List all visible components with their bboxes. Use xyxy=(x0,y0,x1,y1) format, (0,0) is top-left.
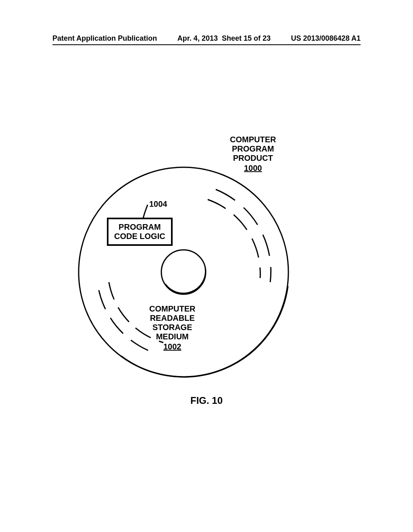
figure-diagram: COMPUTER PROGRAM PRODUCT 1000 1004 PROGR… xyxy=(0,121,413,403)
program-code-logic-box: PROGRAM CODE LOGIC xyxy=(107,218,173,246)
medium-line: STORAGE xyxy=(152,323,192,332)
page-header: Patent Application Publication Apr. 4, 2… xyxy=(0,34,413,43)
pub-date-sheet: Apr. 4, 2013 Sheet 15 of 23 xyxy=(177,34,271,43)
medium-line: MEDIUM xyxy=(156,332,189,341)
product-label-line: PROGRAM xyxy=(232,144,274,153)
product-label-line: COMPUTER xyxy=(230,135,276,144)
publication-number: US 2013/0086428 A1 xyxy=(291,34,361,43)
medium-line: COMPUTER xyxy=(149,304,195,313)
header-rule xyxy=(52,44,361,45)
code-logic-ref: 1004 xyxy=(149,200,167,209)
medium-ref: 1002 xyxy=(163,342,181,351)
medium-line: READABLE xyxy=(150,314,195,322)
storage-medium-label: COMPUTER READABLE STORAGE MEDIUM 1002 xyxy=(149,304,195,351)
pub-date: Apr. 4, 2013 xyxy=(177,34,218,42)
code-box-line: CODE LOGIC xyxy=(114,232,165,241)
publication-type: Patent Application Publication xyxy=(52,34,157,43)
code-box-line: PROGRAM xyxy=(119,222,161,231)
sheet-number: Sheet 15 of 23 xyxy=(222,34,271,42)
figure-caption: FIG. 10 xyxy=(0,395,413,406)
